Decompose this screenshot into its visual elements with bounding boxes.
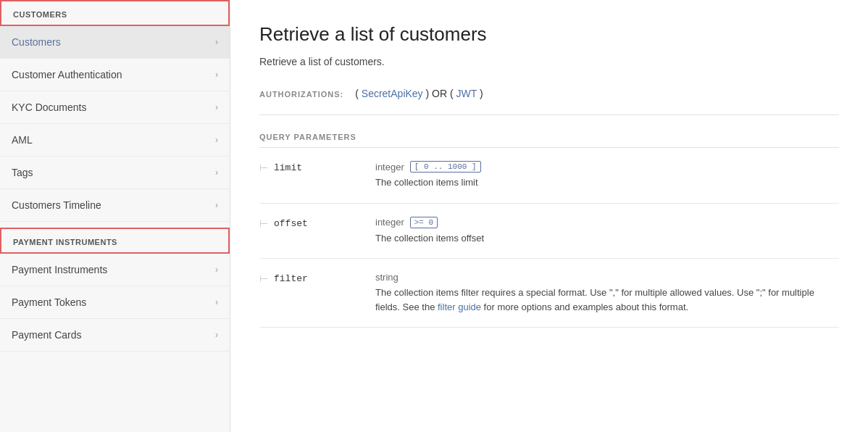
sidebar-item-aml[interactable]: AML › <box>0 124 230 157</box>
jwt-link[interactable]: JWT <box>456 88 477 99</box>
param-name-filter: filter <box>274 272 375 284</box>
param-name-limit: limit <box>274 161 375 173</box>
sidebar-item-label: KYC Documents <box>12 101 86 113</box>
sidebar-item-customers[interactable]: Customers › <box>0 26 230 59</box>
param-indent: ⊢ <box>259 272 274 283</box>
chevron-right-icon: › <box>215 330 218 340</box>
customers-section-header: CUSTOMERS <box>0 0 230 26</box>
param-name-offset: offset <box>274 217 375 229</box>
auth-middle: ) OR ( <box>423 88 456 99</box>
payment-instruments-section-header: PAYMENT INSTRUMENTS <box>0 228 230 254</box>
page-description: Retrieve a list of customers. <box>259 56 839 67</box>
param-details-filter: string The collection items filter requi… <box>375 272 839 314</box>
sidebar-item-label: Customers <box>12 36 61 48</box>
chevron-right-icon: › <box>215 135 218 145</box>
secret-api-key-link[interactable]: SecretApiKey <box>362 88 423 99</box>
filter-guide-link[interactable]: filter guide <box>438 302 481 312</box>
param-badge-limit: [ 0 .. 1000 ] <box>410 161 481 173</box>
param-type-offset: integer >= 0 <box>375 217 839 228</box>
param-desc-limit: The collection items limit <box>375 175 839 190</box>
param-desc-filter: The collection items filter requires a s… <box>375 286 839 314</box>
auth-value: ( SecretApiKey ) OR ( JWT ) <box>355 88 483 99</box>
chevron-right-icon: › <box>215 102 218 112</box>
chevron-right-icon: › <box>215 297 218 307</box>
param-details-limit: integer [ 0 .. 1000 ] The collection ite… <box>375 161 839 190</box>
param-row-limit: ⊢ limit integer [ 0 .. 1000 ] The collec… <box>259 148 839 204</box>
query-params-header: QUERY PARAMETERS <box>259 133 839 148</box>
sidebar-item-customers-timeline[interactable]: Customers Timeline › <box>0 189 230 222</box>
sidebar-item-label: Payment Tokens <box>12 296 86 308</box>
param-row-offset: ⊢ offset integer >= 0 The collection ite… <box>259 204 839 259</box>
sidebar-item-label: AML <box>12 134 33 146</box>
param-indent: ⊢ <box>259 217 274 228</box>
param-desc-offset: The collection items offset <box>375 231 839 246</box>
sidebar-item-tags[interactable]: Tags › <box>0 157 230 189</box>
sidebar-item-kyc-documents[interactable]: KYC Documents › <box>0 91 230 124</box>
param-type-filter: string <box>375 272 839 283</box>
sidebar-item-payment-cards[interactable]: Payment Cards › <box>0 319 230 352</box>
chevron-right-icon: › <box>215 70 218 80</box>
tree-branch-icon: ⊢ <box>259 218 268 228</box>
sidebar-item-label: Tags <box>12 167 33 178</box>
sidebar-item-customer-authentication[interactable]: Customer Authentication › <box>0 59 230 91</box>
auth-after: ) <box>477 88 483 99</box>
chevron-right-icon: › <box>215 167 218 178</box>
param-indent: ⊢ <box>259 161 274 173</box>
chevron-right-icon: › <box>215 200 218 210</box>
param-details-offset: integer >= 0 The collection items offset <box>375 217 839 246</box>
auth-before: ( <box>355 88 362 99</box>
authorizations-row: AUTHORIZATIONS: ( SecretApiKey ) OR ( JW… <box>259 88 839 115</box>
param-type-limit: integer [ 0 .. 1000 ] <box>375 161 839 173</box>
sidebar-item-label: Customer Authentication <box>12 69 122 80</box>
sidebar-item-payment-instruments[interactable]: Payment Instruments › <box>0 254 230 286</box>
tree-branch-icon: ⊢ <box>259 162 268 173</box>
tree-branch-icon: ⊢ <box>259 273 268 283</box>
chevron-right-icon: › <box>215 37 218 47</box>
sidebar-item-label: Customers Timeline <box>12 199 101 211</box>
page-title: Retrieve a list of customers <box>259 23 839 46</box>
chevron-right-icon: › <box>215 265 218 275</box>
sidebar-item-label: Payment Instruments <box>12 264 107 275</box>
main-content: Retrieve a list of customers Retrieve a … <box>230 0 868 432</box>
param-row-filter: ⊢ filter string The collection items fil… <box>259 259 839 328</box>
param-badge-offset: >= 0 <box>410 217 438 228</box>
sidebar-item-label: Payment Cards <box>12 329 81 341</box>
sidebar-item-payment-tokens[interactable]: Payment Tokens › <box>0 286 230 319</box>
sidebar: CUSTOMERS Customers › Customer Authentic… <box>0 0 230 432</box>
authorizations-label: AUTHORIZATIONS: <box>259 90 343 101</box>
